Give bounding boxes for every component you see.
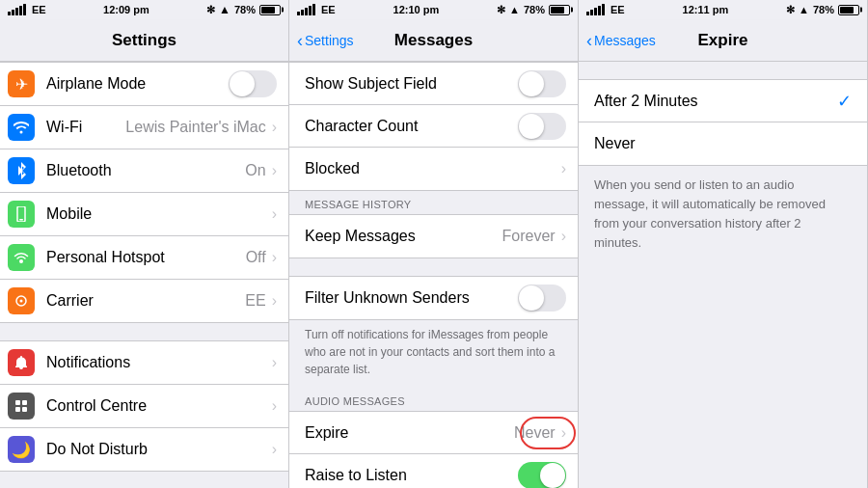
show-subject-toggle[interactable] <box>518 70 566 97</box>
messages-nav-bar: ‹ Settings Messages <box>289 19 578 62</box>
expire-scroll[interactable]: After 2 Minutes ✓ Never When you send or… <box>579 62 867 488</box>
mobile-icon <box>8 201 35 228</box>
status-bar-2: EE 12:10 pm ✻ ▲ 78% <box>289 0 578 19</box>
show-subject-item[interactable]: Show Subject Field <box>289 63 578 105</box>
settings-title: Settings <box>112 31 176 50</box>
expire-option-2min[interactable]: After 2 Minutes ✓ <box>579 80 867 122</box>
raise-listen-item[interactable]: Raise to Listen <box>289 454 578 488</box>
time-display-3: 12:11 pm <box>683 4 729 15</box>
show-subject-label: Show Subject Field <box>305 75 518 93</box>
battery-percent: 78% <box>234 4 256 15</box>
char-count-item[interactable]: Character Count <box>289 105 578 148</box>
expire-back-button[interactable]: ‹ Messages <box>586 32 656 49</box>
control-label: Control Centre <box>42 397 272 415</box>
bluetooth-chevron: › <box>272 162 277 179</box>
keep-messages-chevron: › <box>561 228 566 245</box>
signal-area-2: EE <box>297 4 336 15</box>
expire-title: Expire <box>698 31 748 50</box>
battery-fill <box>261 7 275 14</box>
expire-never-label: Never <box>594 135 852 152</box>
settings-item-bluetooth[interactable]: Bluetooth On › <box>0 149 288 193</box>
blocked-chevron: › <box>561 160 566 177</box>
bluetooth-status-icon: ✻ <box>206 4 215 16</box>
svg-point-4 <box>20 300 23 303</box>
airplane-label: Airplane Mode <box>42 75 229 93</box>
messages-title: Messages <box>394 31 473 50</box>
audio-expire-item[interactable]: Expire Never › <box>289 412 578 454</box>
bt-icon-2: ✻ <box>497 4 505 16</box>
dnd-chevron: › <box>272 441 277 458</box>
audio-expire-value: Never <box>514 424 556 442</box>
messages-back-button[interactable]: ‹ Settings <box>297 32 354 49</box>
status-bar-1: EE 12:09 pm ✻ ▲ 78% <box>0 0 288 19</box>
blocked-item[interactable]: Blocked › <box>289 148 578 190</box>
settings-item-carrier[interactable]: Carrier EE › <box>0 280 288 322</box>
notifications-chevron: › <box>272 354 277 371</box>
messages-group-1: Show Subject Field Character Count Block… <box>289 62 578 191</box>
settings-group-2: Notifications › Control Centre <box>0 340 288 472</box>
mobile-label: Mobile <box>42 205 272 223</box>
bt-icon-3: ✻ <box>786 4 795 16</box>
airplane-toggle[interactable] <box>229 70 277 97</box>
battery-icon-2 <box>549 5 570 15</box>
status-bar-3: EE 12:11 pm ✻ ▲ 78% <box>579 0 867 19</box>
filter-unknown-toggle[interactable] <box>518 285 566 312</box>
settings-item-control[interactable]: Control Centre › <box>0 385 288 428</box>
messages-panel: EE 12:10 pm ✻ ▲ 78% ‹ Settings Messages … <box>289 0 579 488</box>
messages-scroll[interactable]: Show Subject Field Character Count Block… <box>289 62 578 488</box>
hotspot-icon <box>8 244 35 271</box>
signal-bars <box>8 4 26 15</box>
wifi-icon-2: ▲ <box>509 4 520 15</box>
filter-unknown-label: Filter Unknown Senders <box>305 289 518 307</box>
settings-item-mobile[interactable]: Mobile › <box>0 193 288 236</box>
battery-icon <box>259 5 281 15</box>
time-display-2: 12:10 pm <box>393 4 440 15</box>
settings-item-airplane[interactable]: ✈ Airplane Mode <box>0 63 288 106</box>
settings-item-notifications[interactable]: Notifications › <box>0 341 288 385</box>
keep-messages-item[interactable]: Keep Messages Forever › <box>289 215 578 258</box>
wifi-icon-3: ▲ <box>799 4 809 15</box>
back-chevron-icon: ‹ <box>297 32 303 49</box>
messages-group-4: Expire Never › Raise to Listen <box>289 411 578 488</box>
svg-rect-7 <box>15 407 20 412</box>
dnd-label: Do Not Disturb <box>42 441 272 458</box>
settings-scroll[interactable]: ✈ Airplane Mode Wi-Fi Lewis Painter' <box>0 62 288 488</box>
battery-icon-3 <box>838 5 859 15</box>
wifi-chevron: › <box>272 119 277 136</box>
raise-listen-label: Raise to Listen <box>305 467 518 484</box>
expire-2min-label: After 2 Minutes <box>594 93 837 110</box>
svg-point-2 <box>19 259 23 263</box>
bluetooth-label: Bluetooth <box>42 162 245 179</box>
messages-back-label: Settings <box>305 33 354 48</box>
notifications-label: Notifications <box>42 354 272 371</box>
settings-nav-bar: Settings <box>0 19 288 62</box>
battery-percent-3: 78% <box>813 4 834 15</box>
expire-option-never[interactable]: Never <box>579 122 867 165</box>
settings-item-dnd[interactable]: 🌙 Do Not Disturb › <box>0 428 288 471</box>
carrier-value: EE <box>245 292 265 310</box>
filter-unknown-item[interactable]: Filter Unknown Senders <box>289 277 578 319</box>
audio-expire-chevron: › <box>561 424 566 442</box>
expire-description-text: When you send or listen to an audio mess… <box>579 166 867 263</box>
svg-rect-1 <box>19 219 23 221</box>
raise-listen-toggle[interactable] <box>518 462 566 488</box>
expire-back-chevron-icon: ‹ <box>586 32 592 49</box>
notifications-icon <box>8 349 35 376</box>
svg-rect-8 <box>22 407 27 412</box>
svg-rect-6 <box>22 400 27 405</box>
hotspot-label: Personal Hotspot <box>42 249 246 266</box>
messages-group-2: Keep Messages Forever › <box>289 214 578 258</box>
char-count-toggle[interactable] <box>518 113 566 140</box>
hotspot-chevron: › <box>272 249 277 266</box>
carrier-status-2: EE <box>321 4 336 15</box>
bluetooth-icon <box>8 157 35 184</box>
mobile-chevron: › <box>272 205 277 223</box>
settings-item-wifi[interactable]: Wi-Fi Lewis Painter's iMac › <box>0 106 288 149</box>
carrier-chevron: › <box>272 292 277 310</box>
status-right: ✻ ▲ 78% <box>206 3 281 16</box>
settings-group-1: ✈ Airplane Mode Wi-Fi Lewis Painter' <box>0 62 288 323</box>
signal-area: EE <box>8 4 46 15</box>
settings-item-hotspot[interactable]: Personal Hotspot Off › <box>0 236 288 280</box>
expire-2min-check: ✓ <box>837 91 852 112</box>
blocked-label: Blocked <box>305 160 561 177</box>
